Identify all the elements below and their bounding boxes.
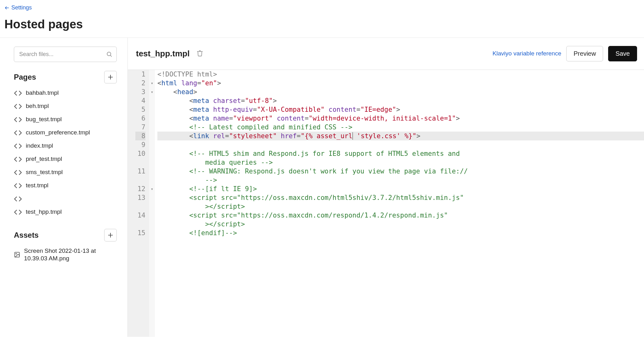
fold-toggle-icon[interactable]: ▾: [149, 88, 155, 96]
code-line[interactable]: <link rel="stylesheet" href="{% asset_ur…: [157, 132, 644, 140]
code-icon: [14, 102, 22, 110]
fold-gutter-blank: [149, 132, 155, 140]
fold-gutter-blank: [149, 158, 155, 167]
code-line[interactable]: ></script>: [157, 202, 644, 211]
code-line[interactable]: -->: [157, 176, 644, 184]
code-line[interactable]: <!DOCTYPE html>: [157, 70, 644, 79]
file-item-label: index.tmpl: [26, 142, 53, 150]
sidebar-page-item[interactable]: test.tmpl: [14, 179, 117, 192]
save-button[interactable]: Save: [608, 46, 637, 61]
code-line[interactable]: <![endif]-->: [157, 229, 644, 237]
line-number: 12: [135, 184, 145, 193]
code-line[interactable]: <!-- HTML5 shim and Respond.js for IE8 s…: [157, 149, 644, 158]
code-line[interactable]: <script src="https://oss.maxcdn.com/html…: [157, 193, 644, 202]
code-icon: [14, 195, 22, 203]
line-number: 6: [135, 114, 145, 123]
line-number: [135, 202, 145, 211]
file-item-label: bahbah.tmpl: [26, 89, 59, 97]
fold-gutter[interactable]: ▾▾▾: [149, 70, 155, 337]
code-icon: [14, 208, 22, 216]
line-number: [135, 158, 145, 167]
search-input[interactable]: [14, 47, 117, 62]
fold-gutter-blank: [149, 70, 155, 79]
code-editor[interactable]: 123456789101112131415 ▾▾▾ <!DOCTYPE html…: [128, 70, 644, 337]
code-line[interactable]: <meta name="viewport" content="width=dev…: [157, 114, 644, 123]
code-line[interactable]: <html lang="en">: [157, 79, 644, 88]
pages-list: bahbah.tmplbeh.tmplbug_test.tmplcustom_p…: [14, 87, 117, 219]
search-wrapper: [14, 47, 117, 62]
fold-gutter-blank: [149, 193, 155, 202]
code-line[interactable]: <!--[if lt IE 9]>: [157, 184, 644, 193]
add-asset-button[interactable]: [104, 229, 117, 241]
editor-panel: test_hpp.tmpl Klaviyo variable reference…: [128, 38, 644, 337]
variable-reference-link[interactable]: Klaviyo variable reference: [493, 50, 562, 57]
code-line[interactable]: <!-- WARNING: Respond.js doesn't work if…: [157, 167, 644, 176]
fold-gutter-blank: [149, 220, 155, 229]
code-line[interactable]: <!-- Latest compiled and minified CSS --…: [157, 123, 644, 132]
add-page-button[interactable]: [104, 71, 117, 83]
line-number: [135, 176, 145, 184]
pages-heading: Pages: [14, 73, 36, 82]
fold-gutter-blank: [149, 229, 155, 237]
sidebar-asset-item[interactable]: Screen Shot 2022-01-13 at 10.39.03 AM.pn…: [14, 245, 117, 265]
code-line[interactable]: <head>: [157, 88, 644, 96]
line-number: 14: [135, 211, 145, 220]
sidebar-page-item[interactable]: [14, 192, 117, 206]
code-icon: [14, 155, 22, 163]
content: Pages bahbah.tmplbeh.tmplbug_test.tmplcu…: [0, 38, 644, 337]
sidebar-page-item[interactable]: index.tmpl: [14, 139, 117, 153]
code-icon: [14, 129, 22, 137]
line-number: 9: [135, 140, 145, 149]
code-line[interactable]: ></script>: [157, 220, 644, 229]
line-number: 4: [135, 96, 145, 105]
line-number: 13: [135, 193, 145, 202]
sidebar-page-item[interactable]: sms_test.tmpl: [14, 166, 117, 179]
code-line[interactable]: [157, 140, 644, 149]
svg-point-8: [16, 253, 17, 254]
fold-toggle-icon[interactable]: ▾: [149, 184, 155, 193]
sidebar-page-item[interactable]: bahbah.tmpl: [14, 87, 117, 100]
code-line[interactable]: <script src="https://oss.maxcdn.com/resp…: [157, 211, 644, 220]
trash-icon: [196, 50, 203, 57]
plus-icon: [107, 232, 114, 238]
fold-gutter-blank: [149, 176, 155, 184]
editor-filename: test_hpp.tmpl: [136, 49, 189, 59]
search-icon: [106, 51, 112, 57]
line-number: 5: [135, 105, 145, 114]
sidebar-page-item[interactable]: test_hpp.tmpl: [14, 206, 117, 219]
line-number: 2: [135, 79, 145, 88]
sidebar-page-item[interactable]: pref_test.tmpl: [14, 153, 117, 166]
file-item-label: bug_test.tmpl: [26, 116, 62, 123]
pages-section-header: Pages: [14, 71, 117, 83]
code-icon: [14, 168, 22, 177]
code-line[interactable]: media queries -->: [157, 158, 644, 167]
line-number-gutter: 123456789101112131415: [128, 70, 149, 337]
code-icon: [14, 142, 22, 150]
file-item-label: custom_preference.tmpl: [26, 129, 90, 137]
file-item-label: pref_test.tmpl: [26, 155, 62, 163]
line-number: 7: [135, 123, 145, 132]
image-icon: [14, 251, 20, 259]
fold-toggle-icon[interactable]: ▾: [149, 79, 155, 88]
assets-section: Assets Screen Shot 2022-01-13 at 10.39.0…: [14, 229, 117, 265]
code-line[interactable]: <meta charset="utf-8">: [157, 96, 644, 105]
sidebar-page-item[interactable]: custom_preference.tmpl: [14, 126, 117, 139]
sidebar-page-item[interactable]: bug_test.tmpl: [14, 113, 117, 126]
sidebar-page-item[interactable]: beh.tmpl: [14, 100, 117, 113]
file-item-label: sms_test.tmpl: [26, 168, 63, 176]
sidebar: Pages bahbah.tmplbeh.tmplbug_test.tmplcu…: [0, 38, 128, 337]
fold-gutter-blank: [149, 202, 155, 211]
line-number: 1: [135, 70, 145, 79]
preview-button[interactable]: Preview: [566, 46, 603, 61]
code-icon: [14, 182, 22, 190]
back-link-label: Settings: [11, 4, 32, 11]
fold-gutter-blank: [149, 140, 155, 149]
assets-list: Screen Shot 2022-01-13 at 10.39.03 AM.pn…: [14, 245, 117, 265]
code-lines[interactable]: <!DOCTYPE html><html lang="en"> <head> <…: [155, 70, 644, 337]
code-line[interactable]: <meta http-equiv="X-UA-Compatible" conte…: [157, 105, 644, 114]
fold-gutter-blank: [149, 211, 155, 220]
page-header: Settings Hosted pages: [0, 0, 644, 38]
back-link[interactable]: Settings: [4, 4, 32, 11]
svg-line-2: [110, 55, 112, 57]
delete-file-button[interactable]: [195, 48, 205, 59]
